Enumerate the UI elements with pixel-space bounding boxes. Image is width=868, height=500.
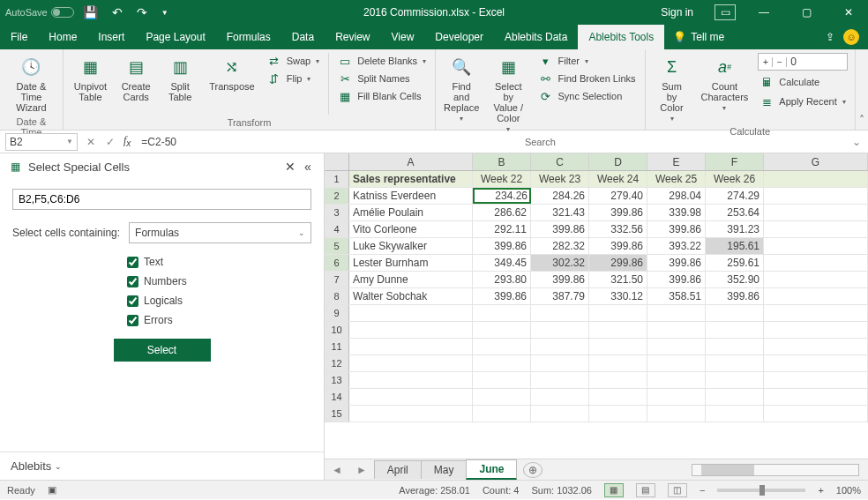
maximize-button[interactable]: ▢ xyxy=(787,0,826,25)
share-icon[interactable]: ⇪ xyxy=(826,31,834,43)
cell[interactable]: Amy Dunne xyxy=(349,272,473,287)
tab-formulas[interactable]: Formulas xyxy=(216,25,281,49)
cell[interactable] xyxy=(647,305,706,321)
cell[interactable]: 399.86 xyxy=(706,288,764,304)
cell[interactable] xyxy=(589,389,647,405)
cell[interactable] xyxy=(349,389,473,405)
cell[interactable] xyxy=(531,372,589,388)
filter-button[interactable]: ▾Filter xyxy=(536,53,637,69)
expand-formula-icon[interactable]: ⌄ xyxy=(845,136,868,148)
cell[interactable]: 358.51 xyxy=(647,288,706,304)
col-head-c[interactable]: C xyxy=(531,153,589,170)
zoom-out-button[interactable]: − xyxy=(700,485,705,496)
cell[interactable] xyxy=(764,406,868,422)
tab-view[interactable]: View xyxy=(381,25,425,49)
cell[interactable]: Week 25 xyxy=(647,171,706,187)
qat-dropdown-icon[interactable]: ▼ xyxy=(156,9,174,17)
zoom-slider[interactable] xyxy=(717,489,805,492)
redo-icon[interactable]: ↷ xyxy=(131,5,153,19)
cell[interactable] xyxy=(764,221,868,237)
cell[interactable] xyxy=(764,372,868,388)
cell[interactable]: 253.64 xyxy=(706,205,764,220)
unpivot-table-button[interactable]: ▦Unpivot Table xyxy=(71,53,110,104)
cell[interactable]: 387.79 xyxy=(531,288,589,304)
cell[interactable] xyxy=(764,355,868,371)
cell[interactable]: 284.26 xyxy=(531,188,589,204)
cell[interactable]: Week 22 xyxy=(473,171,531,187)
tab-ablebits-data[interactable]: Ablebits Data xyxy=(494,25,578,49)
select-button[interactable]: Select xyxy=(114,339,211,362)
cell[interactable]: Walter Sobchak xyxy=(349,288,473,304)
select-by-button[interactable]: ▦Select by Value / Color xyxy=(487,53,529,135)
row-head[interactable]: 11 xyxy=(325,339,349,354)
cell[interactable] xyxy=(531,406,589,422)
cell[interactable] xyxy=(647,322,706,338)
task-pane-footer[interactable]: Ablebits ⌄ xyxy=(0,451,324,480)
cell[interactable] xyxy=(349,305,473,321)
cell[interactable]: 399.86 xyxy=(473,288,531,304)
cell[interactable] xyxy=(647,355,706,371)
tab-home[interactable]: Home xyxy=(38,25,87,49)
cell[interactable]: 298.04 xyxy=(647,188,706,204)
select-all-corner[interactable] xyxy=(325,153,349,170)
cell[interactable] xyxy=(764,205,868,220)
cell[interactable]: 339.98 xyxy=(647,205,706,220)
col-head-d[interactable]: D xyxy=(589,153,647,170)
cell[interactable] xyxy=(349,372,473,388)
sheet-nav-next-icon[interactable]: ► xyxy=(349,464,374,476)
cell[interactable]: 399.86 xyxy=(473,238,531,254)
row-head[interactable]: 6 xyxy=(325,255,349,271)
cell[interactable] xyxy=(647,372,706,388)
tell-me[interactable]: 💡 Tell me xyxy=(664,25,733,49)
cell[interactable] xyxy=(531,355,589,371)
cell[interactable] xyxy=(349,339,473,354)
zoom-in-button[interactable]: + xyxy=(818,485,823,496)
check-logicals[interactable]: Logicals xyxy=(127,295,311,307)
horizontal-scrollbar[interactable] xyxy=(692,464,859,476)
cell[interactable]: 195.61 xyxy=(706,238,764,254)
find-replace-button[interactable]: 🔍Find and Replace xyxy=(443,53,480,124)
tab-file[interactable]: File xyxy=(0,25,38,49)
cell[interactable] xyxy=(473,389,531,405)
cell[interactable] xyxy=(764,272,868,287)
cell[interactable]: 293.80 xyxy=(473,272,531,287)
split-table-button[interactable]: ▥Split Table xyxy=(161,53,198,104)
cell[interactable] xyxy=(764,255,868,271)
tab-data[interactable]: Data xyxy=(281,25,325,49)
swap-button[interactable]: ⇄Swap xyxy=(266,53,322,69)
cell[interactable]: Vito Corleone xyxy=(349,221,473,237)
sheet-tab-june[interactable]: June xyxy=(466,459,517,480)
cell[interactable]: 393.22 xyxy=(647,238,706,254)
save-icon[interactable]: 💾 xyxy=(78,5,103,19)
cell[interactable] xyxy=(589,355,647,371)
check-text[interactable]: Text xyxy=(127,256,311,268)
ribbon-options-icon[interactable]: ▭ xyxy=(715,4,736,20)
cell[interactable]: 391.23 xyxy=(706,221,764,237)
cell[interactable] xyxy=(589,305,647,321)
enter-formula-icon[interactable]: ✓ xyxy=(101,136,120,148)
flip-button[interactable]: ⇵Flip xyxy=(266,71,322,86)
row-head[interactable]: 4 xyxy=(325,221,349,237)
row-head[interactable]: 3 xyxy=(325,205,349,220)
cell[interactable]: 279.40 xyxy=(589,188,647,204)
split-names-button[interactable]: ✂Split Names xyxy=(336,71,428,86)
cell[interactable]: 399.86 xyxy=(589,238,647,254)
cell[interactable] xyxy=(531,389,589,405)
cell[interactable]: 399.86 xyxy=(647,221,706,237)
cell[interactable] xyxy=(706,322,764,338)
cell[interactable] xyxy=(589,406,647,422)
close-button[interactable]: ✕ xyxy=(829,0,868,25)
col-head-a[interactable]: A xyxy=(349,153,473,170)
cell[interactable]: 399.86 xyxy=(647,272,706,287)
cell[interactable]: 282.32 xyxy=(531,238,589,254)
sync-selection-button[interactable]: ⟳Sync Selection xyxy=(536,88,637,104)
cell[interactable]: 286.62 xyxy=(473,205,531,220)
sum-by-color-button[interactable]: ΣSum by Color xyxy=(653,53,692,124)
cell[interactable]: Katniss Everdeen xyxy=(349,188,473,204)
apply-recent-button[interactable]: ≣Apply Recent xyxy=(758,93,847,109)
cell[interactable]: 274.29 xyxy=(706,188,764,204)
cell[interactable]: Week 26 xyxy=(706,171,764,187)
view-page-layout-icon[interactable]: ▤ xyxy=(636,483,655,497)
cell[interactable]: 349.45 xyxy=(473,255,531,271)
zoom-thumb[interactable] xyxy=(760,485,765,496)
